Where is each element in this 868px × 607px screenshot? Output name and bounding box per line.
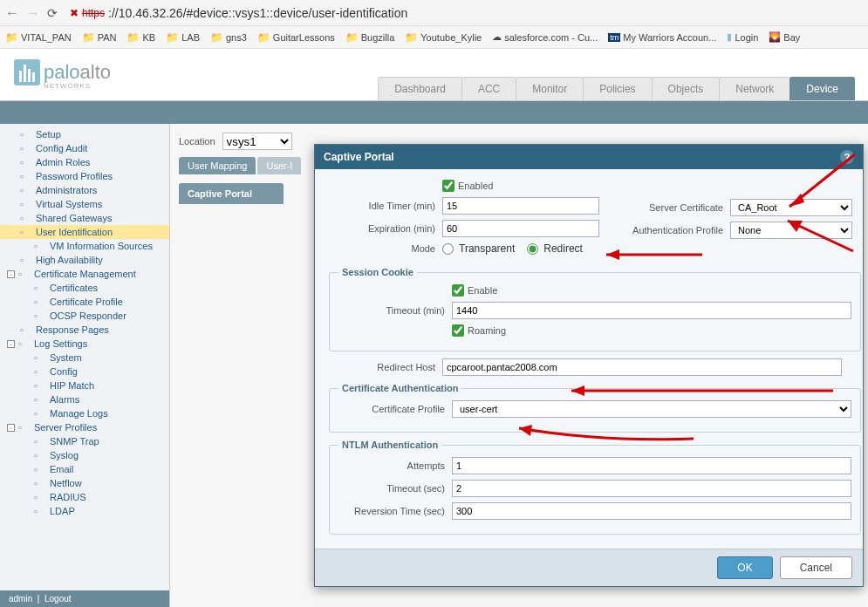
roaming-checkbox[interactable] [452,324,464,337]
sidebar-item[interactable]: -▫Certificate Management [0,267,169,281]
sidebar-item[interactable]: ▫Manage Logs [0,406,169,420]
sidebar-item[interactable]: ▫Email [0,462,169,476]
cert-profile-select[interactable]: user-cert [452,400,851,418]
tab-acc[interactable]: ACC [461,77,516,100]
expiration-input[interactable] [442,220,599,237]
tab-policies[interactable]: Policies [583,77,652,100]
back-button[interactable]: ← [5,5,19,21]
enabled-checkbox[interactable] [442,180,455,192]
sidebar-item[interactable]: ▫HIP Match [0,379,169,392]
bookmark-item[interactable]: 📁GuitarLessons [257,31,335,44]
sidebar-item[interactable]: ▫Certificates [0,281,169,295]
bookmark-item[interactable]: ☁salesforce.com - Cu... [492,31,598,43]
tree-node-icon: ▫ [34,408,46,419]
ntlm-reversion-input[interactable] [452,502,851,520]
session-enable-label: Enable [468,285,497,296]
tab-monitor[interactable]: Monitor [516,77,584,100]
sidebar-item[interactable]: ▫Alarms [0,392,169,406]
url-scheme: https [82,7,105,19]
sidebar-item[interactable]: ▫Netflow [0,476,169,490]
sidebar-item[interactable]: ▫Shared Gateways [0,211,169,225]
tree-node-icon: ▫ [34,380,46,391]
cancel-button[interactable]: Cancel [780,556,852,579]
sidebar-item[interactable]: ▫Admin Roles [0,155,169,169]
bookmark-item[interactable]: 📁PAN [82,31,117,44]
insecure-icon: ✖ [70,7,79,19]
tree-toggle-icon[interactable]: - [7,340,15,348]
bookmark-item[interactable]: 📁VITAL_PAN [5,31,72,44]
help-icon[interactable]: ? [840,150,854,164]
sidebar-item[interactable]: ▫LDAP [0,504,169,518]
ntlm-reversion-label: Reversion Time (sec) [338,506,452,516]
sidebar-item[interactable]: ▫Certificate Profile [0,295,169,309]
bookmarks-bar: 📁VITAL_PAN 📁PAN 📁KB 📁LAB 📁gns3 📁GuitarLe… [0,26,868,49]
tab-dashboard[interactable]: Dashboard [378,77,462,100]
tree-node-icon: ▫ [34,492,46,502]
location-select[interactable]: vsys1 [222,133,292,150]
mode-redirect-radio[interactable] [527,243,538,255]
redirect-host-label: Redirect Host [329,362,442,372]
bookmark-item[interactable]: 📁LAB [166,31,200,44]
forward-button[interactable]: → [26,5,40,21]
sidebar-item-label: RADIUS [50,492,86,502]
sidebar-item[interactable]: ▫Administrators [0,183,169,197]
subtab-user-mapping[interactable]: User Mapping [179,157,256,174]
logout-link[interactable]: Logout [44,594,72,604]
sidebar-item[interactable]: ▫Syslog [0,448,169,462]
bookmark-item[interactable]: 📁KB [126,31,155,44]
bookmark-item[interactable]: 📁Youtube_Kylie [405,31,482,44]
tree-node-icon: ▫ [20,255,32,265]
bookmark-item[interactable]: 📁gns3 [210,31,247,44]
session-enable-checkbox[interactable] [452,284,464,297]
tab-network[interactable]: Network [719,77,790,100]
subtab-user-i[interactable]: User-I [257,157,301,174]
bookmark-item[interactable]: 🌄Bay [769,31,800,43]
sidebar-item[interactable]: ▫Config [0,365,169,379]
sidebar-item[interactable]: ▫Setup [0,127,169,141]
server-cert-select[interactable]: CA_Root [730,199,852,216]
folder-icon: 📁 [345,31,359,44]
session-timeout-input[interactable] [452,302,851,319]
sidebar-item-label: Manage Logs [50,408,108,419]
sidebar[interactable]: ▫Setup▫Config Audit▫Admin Roles▫Password… [0,124,170,607]
ntlm-attempts-input[interactable] [452,457,851,474]
sidebar-item-label: Alarms [50,394,79,405]
sidebar-item[interactable]: ▫OCSP Responder [0,309,169,323]
sidebar-item-label: VM Information Sources [50,241,153,251]
sidebar-item[interactable]: ▫System [0,351,169,365]
sidebar-item[interactable]: ▫High Availability [0,253,169,267]
sidebar-item[interactable]: -▫Log Settings [0,337,169,351]
sidebar-item[interactable]: -▫Server Profiles [0,420,169,434]
sidebar-item-label: Email [50,464,74,474]
tab-device[interactable]: Device [789,77,855,100]
sidebar-item[interactable]: ▫Password Profiles [0,169,169,183]
mode-transparent-radio[interactable] [442,243,454,255]
idle-timer-input[interactable] [442,197,599,215]
sidebar-item[interactable]: ▫SNMP Trap [0,434,169,448]
sidebar-item-label: Config [50,366,78,377]
url-bar[interactable]: ✖ https ://10.46.32.26/#device::vsys1::d… [65,6,863,20]
ntlm-timeout-input[interactable] [452,480,851,497]
sidebar-item-label: System [50,352,82,363]
folder-icon: 📁 [210,31,223,44]
sidebar-item[interactable]: ▫VM Information Sources [0,239,169,253]
reload-button[interactable]: ⟳ [47,6,58,20]
roaming-label: Roaming [468,325,506,336]
tree-toggle-icon[interactable]: - [7,424,15,432]
sidebar-item[interactable]: ▫User Identification [0,225,169,239]
folder-icon: 📁 [126,31,140,44]
bookmark-item[interactable]: ▮Login [727,31,758,43]
sidebar-item[interactable]: ▫Virtual Systems [0,197,169,211]
sidebar-item[interactable]: ▫Response Pages [0,323,169,337]
tab-objects[interactable]: Objects [652,77,721,100]
dialog-title-bar[interactable]: Captive Portal ? [315,145,863,169]
tree-toggle-icon[interactable]: - [7,270,15,278]
auth-profile-select[interactable]: None [730,222,852,239]
redirect-host-input[interactable] [442,358,842,376]
sidebar-item[interactable]: ▫Config Audit [0,141,169,155]
captive-portal-panel-header[interactable]: Captive Portal [179,183,284,204]
ok-button[interactable]: OK [717,556,772,579]
bookmark-item[interactable]: 📁Bugzilla [345,31,395,44]
sidebar-item[interactable]: ▫RADIUS [0,490,169,504]
bookmark-item[interactable]: tmMy Warriors Accoun... [608,32,716,43]
